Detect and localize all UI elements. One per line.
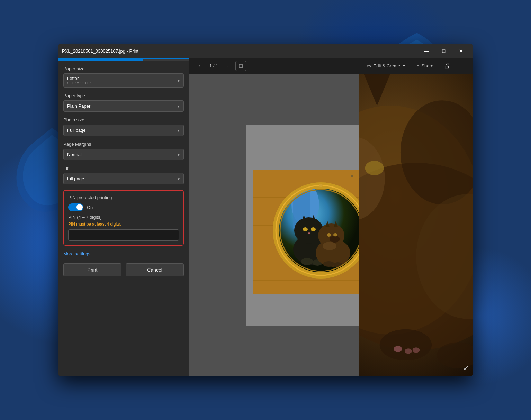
share-button[interactable]: ↑ Share <box>413 61 437 71</box>
fit-select[interactable]: Fill page <box>63 173 184 184</box>
fit-label: Fit <box>63 166 184 171</box>
more-icon: ··· <box>460 62 465 69</box>
more-options-button[interactable]: ··· <box>457 61 468 71</box>
share-icon: ↑ <box>417 63 420 69</box>
edit-create-label: Edit & Create <box>374 63 400 69</box>
print-icon: 🖨 <box>444 62 450 69</box>
preview-column: ← 1 / 1 → ⊡ ✂ Edit & Create ▼ ↑ Share <box>189 58 473 376</box>
fit-wrapper: Fill page ▼ <box>63 173 184 184</box>
page-indicator: 1 / 1 <box>209 63 218 69</box>
scissors-icon: ✂ <box>367 63 371 69</box>
svg-point-27 <box>330 236 340 243</box>
svg-point-16 <box>303 227 308 231</box>
app-window: PXL_20210501_030025107.jpg - Print — □ ✕… <box>58 44 473 376</box>
paper-type-group: Paper type Plain Paper ▼ <box>63 93 184 112</box>
pin-toggle-label: On <box>87 205 93 210</box>
title-bar: PXL_20210501_030025107.jpg - Print — □ ✕ <box>58 44 473 58</box>
paper-type-wrapper: Plain Paper ▼ <box>63 100 184 112</box>
pin-digits-label: PIN (4 – 7 digits) <box>68 214 179 220</box>
pin-input[interactable] <box>68 229 179 241</box>
print-settings-panel: Paper size Letter 8.50" x 11.00" ▼ Paper… <box>58 58 189 376</box>
svg-point-28 <box>323 242 336 250</box>
dialog-footer: Print Cancel <box>63 263 184 276</box>
preview-area: ⤢ <box>189 74 473 376</box>
toolbar-nav: ← 1 / 1 → ⊡ <box>195 61 246 71</box>
nav-next-button[interactable]: → <box>221 61 233 71</box>
paper-size-value: Letter <box>67 76 172 81</box>
print-dialog-body: Paper size Letter 8.50" x 11.00" ▼ Paper… <box>58 61 189 376</box>
svg-point-34 <box>319 184 323 187</box>
print-icon-button[interactable]: 🖨 <box>441 61 453 71</box>
paper-size-sublabel: 8.50" x 11.00" <box>67 81 172 85</box>
paper-type-label: Paper type <box>63 93 184 98</box>
paper-size-display[interactable]: Letter 8.50" x 11.00" <box>63 73 184 88</box>
svg-point-54 <box>380 329 432 360</box>
paper-size-wrapper: Letter 8.50" x 11.00" ▼ <box>63 73 184 88</box>
main-toolbar: ← 1 / 1 → ⊡ ✂ Edit & Create ▼ ↑ Share <box>189 58 473 74</box>
fit-group: Fit Fill page ▼ <box>63 166 184 184</box>
fit-button[interactable]: ⊡ <box>235 61 246 71</box>
pin-toggle[interactable] <box>68 203 83 211</box>
page-margins-group: Page Margins Normal ▼ <box>63 141 184 160</box>
pin-section-title: PIN-protected printing <box>68 195 179 200</box>
main-layout: Paper size Letter 8.50" x 11.00" ▼ Paper… <box>58 58 473 376</box>
page-margins-label: Page Margins <box>63 141 184 147</box>
svg-point-56 <box>394 346 402 352</box>
photo-size-select[interactable]: Full page <box>63 125 184 136</box>
toolbar-right: ✂ Edit & Create ▼ ↑ Share 🖨 ··· <box>363 61 468 71</box>
photo-size-wrapper: Full page ▼ <box>63 125 184 136</box>
svg-point-19 <box>301 258 313 265</box>
bg-cat-svg <box>359 74 473 376</box>
svg-point-25 <box>327 233 331 237</box>
pin-error-message: PIN must be at least 4 digits. <box>68 222 179 227</box>
paper-size-group: Paper size Letter 8.50" x 11.00" ▼ <box>63 66 184 88</box>
pin-toggle-row: On <box>68 203 179 211</box>
photo-size-group: Photo size Full page ▼ <box>63 117 184 136</box>
close-button[interactable]: ✕ <box>453 45 469 56</box>
title-bar-controls: — □ ✕ <box>418 45 469 56</box>
app-title: PXL_20210501_030025107.jpg - Print <box>62 48 138 54</box>
svg-point-57 <box>405 348 412 354</box>
toggle-knob <box>76 204 83 210</box>
svg-point-53 <box>365 161 384 175</box>
minimize-button[interactable]: — <box>418 45 434 56</box>
title-bar-left: PXL_20210501_030025107.jpg - Print <box>62 48 138 54</box>
expand-button[interactable]: ⤢ <box>463 364 469 372</box>
cancel-button[interactable]: Cancel <box>126 263 184 276</box>
photo-size-label: Photo size <box>63 117 184 122</box>
page-margins-wrapper: Normal ▼ <box>63 149 184 160</box>
paper-type-select[interactable]: Plain Paper <box>63 100 184 112</box>
paper-size-label: Paper size <box>63 66 184 71</box>
svg-point-29 <box>323 261 334 267</box>
svg-point-45 <box>351 175 353 177</box>
share-label: Share <box>421 63 433 69</box>
nav-prev-button[interactable]: ← <box>195 61 207 71</box>
svg-point-18 <box>308 232 310 234</box>
edit-create-button[interactable]: ✂ Edit & Create ▼ <box>363 61 409 71</box>
maximize-button[interactable]: □ <box>436 45 452 56</box>
pin-section: PIN-protected printing On PIN (4 – 7 dig… <box>63 190 184 246</box>
page-margins-select[interactable]: Normal <box>63 149 184 160</box>
svg-point-17 <box>311 227 316 231</box>
preview-container: ⤢ <box>189 74 473 376</box>
bg-cat-right <box>359 74 473 376</box>
edit-create-chevron: ▼ <box>402 64 406 68</box>
svg-point-58 <box>412 347 420 353</box>
more-settings-link[interactable]: More settings <box>63 251 184 256</box>
print-button[interactable]: Print <box>63 263 122 276</box>
